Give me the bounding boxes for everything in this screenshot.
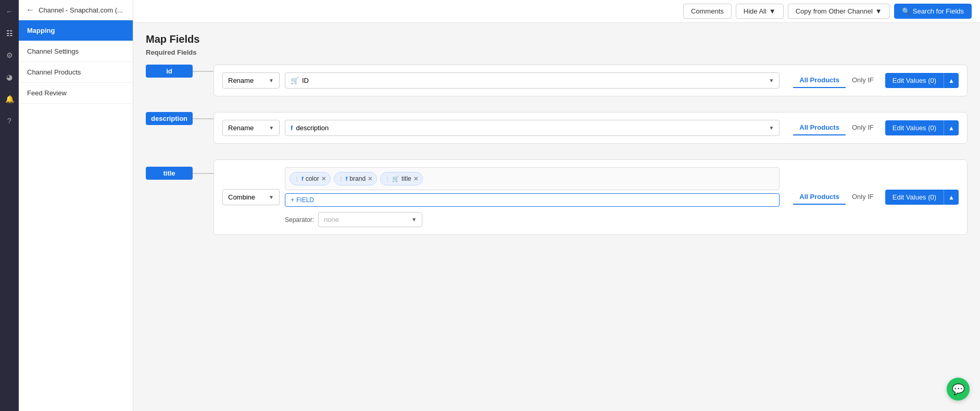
search-icon: 🔍	[902, 7, 910, 15]
tab-only-if-description[interactable]: Only IF	[846, 120, 880, 135]
combine-tag-title: ⋮ 🛒 title ✕	[380, 172, 423, 185]
icon-rail: ← ☷ ⚙ ◕ 🔔 ?	[0, 0, 19, 411]
separator-select[interactable]: none ▼	[318, 212, 422, 227]
formula-icon: f	[291, 124, 293, 132]
tab-only-if-id[interactable]: Only IF	[846, 73, 880, 88]
edit-values-expand-description[interactable]: ▲	[944, 120, 959, 135]
chevron-down-icon: ▼	[769, 7, 776, 15]
edit-values-group-id: Edit Values (0) ▲	[885, 73, 959, 88]
drag-dots-icon: ⋮	[385, 176, 390, 182]
edit-values-group-title: Edit Values (0) ▲	[885, 190, 959, 205]
products-tabs-id: All Products Only IF	[793, 73, 880, 88]
chevron-down-icon: ▼	[769, 78, 774, 83]
sidebar-back-arrow[interactable]: ←	[26, 5, 34, 15]
cart-icon: 🛒	[291, 77, 299, 84]
edit-values-expand-title[interactable]: ▲	[944, 190, 959, 205]
tag-label-title: title	[401, 175, 411, 182]
sidebar: ← Channel - Snapchat.com (... MappingCha…	[19, 0, 133, 411]
value-select-id[interactable]: 🛒 ID ▼	[285, 72, 780, 89]
connector	[193, 173, 213, 174]
field-config-id: Rename ▼ 🛒 ID ▼ All Products Only IF Edi…	[213, 65, 968, 96]
field-config-description: Rename ▼ f description ▼ All Products On…	[213, 112, 968, 144]
field-config-title: Combine ▼ ⋮ f color ✕	[213, 159, 968, 235]
separator-value: none	[324, 216, 339, 223]
main-area: Comments Hide All ▼ Copy from Other Chan…	[133, 0, 980, 411]
sidebar-item-mapping[interactable]: Mapping	[19, 20, 133, 41]
method-select-id[interactable]: Rename ▼	[222, 72, 280, 89]
field-badge-title: title	[146, 167, 193, 180]
page-title: Map Fields	[146, 33, 968, 45]
method-select-description[interactable]: Rename ▼	[222, 120, 280, 136]
tab-all-products-id[interactable]: All Products	[793, 73, 846, 88]
chevron-down-icon: ▼	[411, 217, 417, 222]
products-tabs-title: All Products Only IF	[793, 190, 880, 205]
help-icon[interactable]: ?	[3, 115, 16, 127]
chevron-down-icon: ▼	[269, 78, 274, 83]
edit-values-button-title[interactable]: Edit Values (0)	[885, 190, 944, 205]
tab-all-products-title[interactable]: All Products	[793, 190, 846, 205]
section-label: Required Fields	[146, 48, 968, 56]
sidebar-item-channel-settings[interactable]: Channel Settings	[19, 41, 133, 62]
sidebar-item-channel-products[interactable]: Channel Products	[19, 62, 133, 83]
remove-tag-brand[interactable]: ✕	[368, 176, 372, 182]
field-row-title: title Combine ▼ ⋮	[146, 159, 968, 235]
field-badge-description: description	[146, 112, 193, 125]
cart-icon-title: 🛒	[392, 176, 399, 182]
grid-icon[interactable]: ☷	[3, 27, 16, 40]
back-nav-icon[interactable]: ←	[3, 5, 16, 18]
chat-icon: 💬	[952, 383, 965, 395]
comments-button[interactable]: Comments	[683, 4, 732, 19]
chevron-down-icon: ▼	[269, 125, 274, 131]
edit-values-expand-id[interactable]: ▲	[944, 73, 959, 88]
edit-values-button-id[interactable]: Edit Values (0)	[885, 73, 944, 88]
edit-values-button-description[interactable]: Edit Values (0)	[885, 120, 944, 135]
hide-all-button[interactable]: Hide All ▼	[736, 4, 784, 19]
tab-only-if-title[interactable]: Only IF	[846, 190, 880, 205]
chevron-down-icon: ▼	[269, 194, 274, 200]
sidebar-item-feed-review[interactable]: Feed Review	[19, 83, 133, 104]
tag-label-color: color	[306, 175, 319, 182]
combine-tags-row: ⋮ f color ✕ ⋮ f brand ✕	[285, 167, 780, 190]
field-badge-id: id	[146, 65, 193, 78]
separator-row: Separator: none ▼	[285, 212, 780, 227]
add-field-button[interactable]: + FIELD	[285, 193, 780, 207]
products-tabs-description: All Products Only IF	[793, 120, 880, 135]
drag-dots-icon: ⋮	[294, 176, 299, 182]
drag-dots-icon: ⋮	[338, 176, 344, 182]
topbar: Comments Hide All ▼ Copy from Other Chan…	[133, 0, 980, 23]
field-row-id: id Rename ▼ 🛒 ID ▼ All Products	[146, 65, 968, 96]
method-select-title[interactable]: Combine ▼	[222, 189, 280, 205]
separator-label: Separator:	[285, 216, 314, 223]
combine-field-body: ⋮ f color ✕ ⋮ f brand ✕	[285, 167, 780, 227]
chat-bubble[interactable]: 💬	[947, 378, 970, 401]
combine-tag-color: ⋮ f color ✕	[290, 172, 331, 185]
chevron-down-icon: ▼	[875, 7, 882, 15]
content-area: Map Fields Required Fields id Rename ▼ 🛒…	[133, 23, 980, 411]
plus-icon: +	[291, 196, 294, 204]
settings-icon[interactable]: ⚙	[3, 49, 16, 61]
sidebar-channel-name: Channel - Snapchat.com (...	[39, 6, 123, 14]
formula-icon-brand: f	[346, 176, 348, 182]
field-row-description: description Rename ▼ f description ▼ All…	[146, 112, 968, 144]
combine-tag-brand: ⋮ f brand ✕	[334, 172, 377, 185]
value-select-description[interactable]: f description ▼	[285, 120, 780, 136]
chevron-down-icon: ▼	[769, 125, 774, 131]
remove-tag-title[interactable]: ✕	[413, 176, 418, 182]
edit-values-group-description: Edit Values (0) ▲	[885, 120, 959, 135]
broadcast-icon[interactable]: ◕	[3, 71, 16, 83]
copy-from-channel-button[interactable]: Copy from Other Channel ▼	[788, 4, 890, 19]
remove-tag-color[interactable]: ✕	[321, 176, 326, 182]
sidebar-nav: MappingChannel SettingsChannel ProductsF…	[19, 20, 133, 104]
tab-all-products-description[interactable]: All Products	[793, 120, 846, 135]
search-fields-button[interactable]: 🔍 Search for Fields	[894, 4, 972, 19]
sidebar-channel-header[interactable]: ← Channel - Snapchat.com (...	[19, 0, 133, 20]
bell-icon[interactable]: 🔔	[3, 93, 16, 105]
tag-label-brand: brand	[349, 175, 366, 182]
connector	[193, 118, 213, 119]
connector	[193, 71, 213, 72]
formula-icon-color: f	[301, 176, 304, 182]
